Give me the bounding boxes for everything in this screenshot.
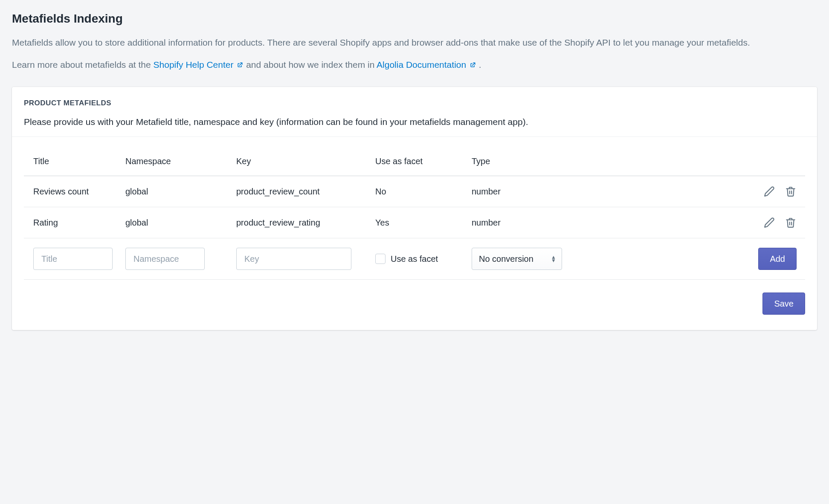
title-input[interactable] [33,248,113,270]
learn-more-text: Learn more about metafields at the Shopi… [12,58,817,72]
column-header-title: Title [24,156,125,166]
card-footer: Save [24,293,805,315]
table-row: Rating global product_review_rating Yes … [24,207,805,238]
cell-facet: Yes [375,218,472,228]
cell-title: Reviews count [24,187,125,197]
learn-more-suffix: . [479,60,481,70]
card-body: Title Namespace Key Use as facet Type Re… [12,137,817,330]
column-header-type: Type [472,156,749,166]
delete-button[interactable] [785,185,797,197]
card-subtitle: PRODUCT METAFIELDS [24,99,805,107]
cell-title: Rating [24,218,125,228]
column-header-key: Key [236,156,375,166]
pencil-icon [764,186,775,197]
cell-type: number [472,218,749,228]
cell-type: number [472,187,749,197]
metafields-table: Title Namespace Key Use as facet Type Re… [24,149,805,280]
learn-more-middle: and about how we index them in [246,60,377,70]
key-input[interactable] [236,248,351,270]
learn-more-prefix: Learn more about metafields at the [12,60,154,70]
type-select[interactable]: No conversion [472,248,562,270]
add-button[interactable]: Add [758,248,797,270]
card-header: PRODUCT METAFIELDS Please provide us wit… [12,87,817,137]
table-row: Reviews count global product_review_coun… [24,176,805,207]
use-as-facet-label: Use as facet [391,254,438,264]
cell-facet: No [375,187,472,197]
trash-icon [785,186,796,197]
pencil-icon [764,217,775,228]
external-link-icon [470,58,476,72]
namespace-input[interactable] [125,248,205,270]
cell-key: product_review_count [236,187,375,197]
use-as-facet-checkbox[interactable] [375,254,386,264]
column-header-facet: Use as facet [375,156,472,166]
page-description: Metafields allow you to store additional… [12,36,817,49]
cell-namespace: global [125,187,236,197]
edit-button[interactable] [763,217,775,229]
algolia-docs-link[interactable]: Algolia Documentation [377,60,479,70]
metafields-card: PRODUCT METAFIELDS Please provide us wit… [12,87,817,330]
cell-key: product_review_rating [236,218,375,228]
column-header-namespace: Namespace [125,156,236,166]
table-header-row: Title Namespace Key Use as facet Type [24,149,805,176]
new-metafield-row: Use as facet No conversion ▲▼ Add [24,238,805,280]
page-title: Metafields Indexing [12,12,817,26]
shopify-help-center-link[interactable]: Shopify Help Center [154,60,246,70]
external-link-icon [237,58,243,72]
delete-button[interactable] [785,217,797,229]
cell-namespace: global [125,218,236,228]
save-button[interactable]: Save [762,293,805,315]
card-instruction: Please provide us with your Metafield ti… [24,117,805,127]
trash-icon [785,217,796,228]
edit-button[interactable] [763,185,775,197]
